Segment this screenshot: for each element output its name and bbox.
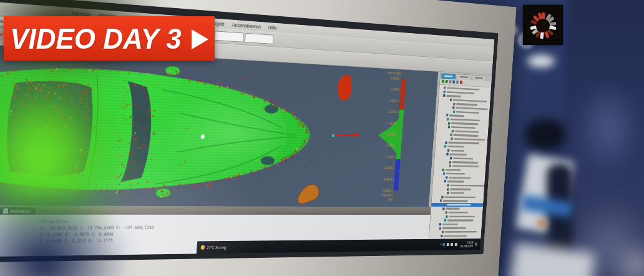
tree-item-icon [447,192,449,194]
tree-item-label [443,200,468,202]
tree-item-label [446,169,461,170]
background-corner-glow [612,240,644,276]
tree-item-icon [446,153,449,155]
svg-text:4,0000: 4,0000 [390,87,399,92]
coordinate-line-xyz: X: -19.897,5623 Y: 13.740,6100 Z: -155.8… [40,224,154,231]
tree-collapse-icon[interactable] [456,81,459,84]
tree-item-icon [452,106,455,109]
windows-taskbar[interactable]: 27°C Sonnig ^ 14:18 04.05.2023 [197,239,481,254]
svg-text:max 5,5861: max 5,5861 [388,71,402,75]
background-pillar-glow [577,81,640,175]
tree-item-icon [447,118,449,121]
tree-item-icon [447,149,450,152]
tree-item-label [454,138,485,140]
menu-item-hilfe[interactable]: Hilfe [265,24,280,31]
clock-date: 04.05.2023 [461,244,474,248]
tree-filter-icon[interactable] [449,81,451,84]
tree-item-icon [453,102,456,105]
weather-widget[interactable]: 27°C Sonnig [201,245,227,250]
tab-arbeitsblatt[interactable]: Arbeitsblatt [0,207,36,215]
tree-item-label [447,180,464,182]
worksheet-grid-icon [3,209,8,214]
system-tray[interactable]: ^ 14:18 04.05.2023 [439,240,477,248]
tree-item-label [449,212,469,214]
tree-item-label [444,235,467,237]
tree-item-icon [444,204,446,206]
tree-item-label [445,231,477,233]
tray-icon-3[interactable] [455,243,457,246]
tree-play-icon[interactable] [442,80,444,83]
tree-item-icon [444,145,447,147]
svg-text:-294,5847: -294,5847 [381,193,393,197]
point-cloud-svg: max 5,5861 5,00004,00003,00002,00001,000… [0,43,438,207]
tree-item-icon [453,111,456,113]
tray-blue-icon[interactable] [442,243,445,246]
svg-text:-4,0000: -4,0000 [383,177,392,181]
svg-text:-1,0000: -1,0000 [385,144,394,147]
tree-item-icon [441,195,444,198]
value-field-1[interactable] [214,31,244,42]
tree-item-icon [449,160,452,163]
tree-item-label [456,103,477,106]
tree-item-label [442,224,458,225]
tree-item-icon [445,141,447,144]
tab-arbeitsblatt-label: Arbeitsblatt [9,208,31,214]
notification-icon[interactable] [475,243,477,246]
photo-canvas: FARO TutorialeMessenAnsichtenVerfeinernA… [0,0,644,276]
value-field-2[interactable] [245,33,274,44]
tree-item-icon [440,200,442,202]
background-booth-band [521,195,573,217]
tree-item-label [452,165,479,167]
tree-item-icon [447,188,449,190]
tree-item-label [450,189,471,190]
background-scanner-blob [525,120,565,150]
svg-text:-2,0000: -2,0000 [384,155,394,159]
tree-item-icon [441,235,443,237]
view-label: Perspektive [41,218,154,225]
3d-viewport[interactable]: max 5,5861 5,00004,00003,00002,00001,000… [0,43,441,207]
tree-item-icon [443,91,446,93]
main-row: max 5,5861 5,00004,00003,00002,00001,000… [0,43,492,257]
tree-item-icon [446,114,449,117]
video-day-banner[interactable]: VIDEO DAY 3 [4,16,215,61]
tree-item-label [449,142,480,144]
circular-bars-logo [523,5,563,45]
car-point-cloud[interactable] [0,54,331,200]
tree-item-label [446,208,459,210]
clock[interactable]: 14:18 04.05.2023 [461,240,474,248]
tree-item-label [447,220,473,222]
tree-item-label [449,177,471,179]
orange-scan-blob [298,184,320,204]
tree-play2-icon[interactable] [445,80,447,83]
worksheet-coordinates: Perspektive X: -19.897,5623 Y: 13.740,61… [38,218,154,256]
tree-item-label [442,227,466,229]
tree-delete-icon[interactable] [460,81,462,84]
tree-item-icon [450,99,452,101]
svg-text:-5,0000: -5,0000 [382,189,391,192]
background-table [509,242,595,276]
background-whiteboard [515,154,574,235]
svg-text:5,0000: 5,0000 [391,76,399,81]
tree-item-icon [450,157,452,159]
tray-icon-1[interactable] [447,243,449,246]
coordinate-line-ijk2: I: 0,9929 J: 0,0212 K: -0,1175 [39,237,153,245]
tree-item-icon [449,165,452,167]
background-pillar-lower-glow [571,200,644,276]
tree-item-icon [444,87,446,89]
tree-item-label [451,126,476,129]
tree-item-label [451,122,478,125]
tree-item-label [446,173,465,175]
tree-item-icon [452,130,454,132]
tree-item-icon [446,176,448,179]
tray-icon-2[interactable] [451,243,453,246]
sun-icon [201,245,205,250]
menu-item-automatisieren[interactable]: Automatisieren [228,21,264,29]
tree-item-label [456,111,479,114]
tree-expand-icon[interactable] [452,81,455,84]
tree-item-icon [450,134,452,136]
tree-item-icon [442,169,444,171]
tree-item-icon [446,215,448,218]
tree-item-label [449,114,464,117]
tray-caret-icon[interactable]: ^ [440,243,442,247]
deviation-color-scale: max 5,5861 5,00004,00003,00002,00001,000… [374,71,407,201]
